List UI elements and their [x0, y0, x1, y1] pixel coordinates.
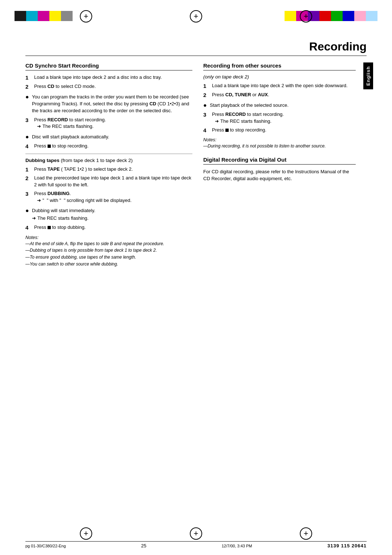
stop-icon: [225, 129, 229, 132]
step-number: 3: [203, 111, 210, 125]
arrow-text: ➜The REC starts flashing.: [215, 118, 356, 125]
cb-cyan: [26, 11, 38, 21]
dubbing-notes: Notes: —At the end of side A, flip the t…: [25, 235, 192, 267]
cb-blue: [343, 11, 354, 21]
notes-label: Notes:: [203, 137, 356, 142]
step-text: Load a blank tape into tape deck 2 with …: [212, 82, 356, 90]
footer-product-code: 3139 115 20641: [327, 543, 367, 548]
arrow-text: ➜The REC starts flashing.: [37, 123, 192, 130]
stop-icon: [48, 145, 51, 148]
title-rule: [25, 56, 367, 56]
cb-pink: [354, 11, 366, 21]
cb-yellow: [49, 11, 61, 21]
bullet-icon: ●: [25, 134, 30, 140]
dubbing-steps: 1 Press TAPE ( TAPE 1•2 ) to select tape…: [25, 166, 192, 204]
digital-text: For CD digital recording, please refer t…: [203, 168, 356, 182]
cd-step-4: 4 Press to stop recording.: [25, 143, 192, 150]
right-column: English Recording from other sources (on…: [203, 62, 356, 268]
bullet-text: Start playback of the selected source.: [210, 102, 289, 109]
step-text: Press RECORD to start recording. ➜The RE…: [212, 111, 356, 125]
bullet-icon: ●: [25, 207, 30, 214]
note-2: —Dubbing of tapes is only possible from …: [25, 247, 192, 254]
step-number: 4: [25, 143, 32, 150]
bullet-icon: ●: [25, 94, 30, 100]
cb-black: [15, 11, 26, 21]
note-4: —You can switch to other source while du…: [25, 261, 192, 267]
dub-step-1: 1 Press TAPE ( TAPE 1•2 ) to select tape…: [25, 166, 192, 173]
bullet-text: Dubbing will start immediately. ➜The REC…: [32, 207, 95, 222]
step-text: Press CD, TUNER or AUX.: [212, 92, 356, 99]
cd-bullet-1: ● You can program the tracks in the orde…: [25, 94, 192, 114]
recording-other-notes: Notes: —During recording, it is not poss…: [203, 137, 356, 149]
step-text: Press RECORD to start recording. ➜The RE…: [34, 117, 192, 130]
cd-synchro-steps-3: 4 Press to stop recording.: [25, 143, 192, 150]
ro-bullets: ● Start playback of the selected source.: [203, 102, 356, 109]
dub-bullet-1: ● Dubbing will start immediately. ➜The R…: [25, 207, 192, 222]
english-tab: English: [363, 62, 373, 89]
page-title: Recording: [25, 40, 367, 53]
cb-gray: [61, 11, 73, 21]
step-number: 4: [25, 224, 32, 231]
cd-bullets-2: ● Disc will start playback automatically…: [25, 134, 192, 141]
dubbing-heading: Dubbing tapes (from tape deck 1 to tape …: [25, 158, 192, 163]
recording-other-steps: 1 Load a blank tape into tape deck 2 wit…: [203, 82, 356, 98]
dub-step-4: 4 Press to stop dubbing.: [25, 224, 192, 231]
step-text: Press to stop recording.: [34, 143, 192, 150]
dubbing-section: Dubbing tapes (from tape deck 1 to tape …: [25, 154, 192, 267]
step-text: Press to stop dubbing.: [34, 224, 192, 231]
bullet-text: Disc will start playback automatically.: [32, 134, 109, 141]
main-content: Recording CD Synchro Start Recording 1 L…: [25, 40, 367, 526]
footer-page-number: 25: [141, 543, 146, 548]
stop-icon: [48, 226, 51, 229]
cb-magenta: [38, 11, 49, 21]
cd-synchro-steps-2: 3 Press RECORD to start recording. ➜The …: [25, 117, 192, 130]
arrow-text: ➜" " with " " scrolling right will be di…: [37, 197, 192, 204]
bullet-icon: ●: [203, 102, 208, 109]
notes-label: Notes:: [25, 235, 192, 240]
ro-step-2: 2 Press CD, TUNER or AUX.: [203, 92, 356, 99]
ro-step-1: 1 Load a blank tape into tape deck 2 wit…: [203, 82, 356, 90]
ro-step-4: 4 Press to stop recording.: [203, 127, 356, 134]
step-text: Load the prerecorded tape into tape deck…: [34, 175, 192, 189]
crosshair-top-left: [80, 10, 92, 23]
recording-other-subheading: (only on tape deck 2): [203, 74, 356, 80]
digital-section: Digital Recording via Digital Out For CD…: [203, 157, 356, 182]
cd-bullet-2: ● Disc will start playback automatically…: [25, 134, 192, 141]
cb-yellow2: [285, 11, 296, 21]
step-text: Press CD to select CD mode.: [34, 83, 192, 90]
step-number: 2: [25, 83, 32, 90]
step-number: 1: [25, 74, 32, 81]
step-number: 4: [203, 127, 210, 134]
step-number: 2: [203, 92, 210, 99]
dub-step-3: 3 Press DUBBING. ➜" " with " " scrolling…: [25, 190, 192, 204]
step-number: 1: [203, 82, 210, 90]
recording-other-steps-2: 3 Press RECORD to start recording. ➜The …: [203, 111, 356, 134]
note-1: —During recording, it is not possible to…: [203, 143, 356, 149]
crosshair-top-center: [190, 10, 202, 23]
color-bar-left: [15, 11, 73, 21]
dub-bullets: ● Dubbing will start immediately. ➜The R…: [25, 207, 192, 222]
ro-bullet-1: ● Start playback of the selected source.: [203, 102, 356, 109]
note-3: —To ensure good dubbing, use tapes of th…: [25, 254, 192, 260]
crosshair-bottom-center: [190, 527, 202, 540]
two-column-layout: CD Synchro Start Recording 1 Load a blan…: [25, 62, 367, 268]
cd-step-2: 2 Press CD to select CD mode.: [25, 83, 192, 90]
footer-file: pg 01-30/C380/22-Eng: [25, 544, 66, 548]
step-number: 3: [25, 190, 32, 204]
cd-step-3: 3 Press RECORD to start recording. ➜The …: [25, 117, 192, 130]
dub-steps-2: 4 Press to stop dubbing.: [25, 224, 192, 231]
cd-synchro-heading: CD Synchro Start Recording: [25, 62, 192, 70]
crosshair-bottom-right: [300, 527, 312, 540]
left-column: CD Synchro Start Recording 1 Load a blan…: [25, 62, 192, 268]
step-text: Press to stop recording.: [212, 127, 356, 134]
page-footer: pg 01-30/C380/22-Eng 25 12/7/00, 3:43 PM…: [25, 541, 367, 548]
cd-synchro-steps: 1 Load a blank tape into tape deck 2 and…: [25, 74, 192, 90]
crosshair-bottom-left: [80, 527, 92, 540]
dub-step-2: 2 Load the prerecorded tape into tape de…: [25, 175, 192, 189]
footer-date: 12/7/00, 3:43 PM: [222, 544, 252, 548]
cb-lightblue: [366, 11, 377, 21]
digital-heading: Digital Recording via Digital Out: [203, 157, 356, 165]
step-text: Press TAPE ( TAPE 1•2 ) to select tape d…: [34, 166, 192, 173]
step-text: Press DUBBING. ➜" " with " " scrolling r…: [34, 190, 192, 204]
cb-green: [331, 11, 343, 21]
